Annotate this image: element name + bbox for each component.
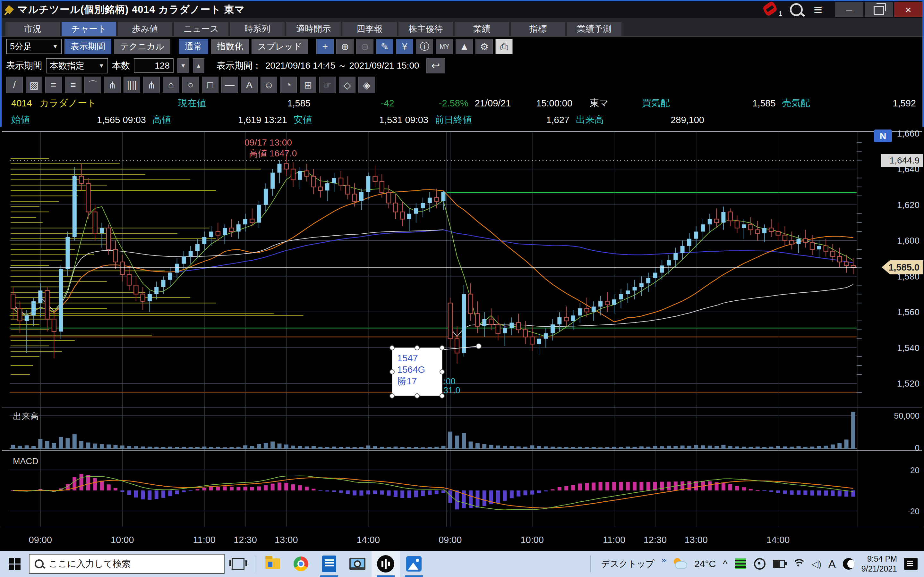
svg-text:高値 1647.0: 高値 1647.0 [249,148,297,158]
quote-field: 安値 [294,113,329,126]
svg-text:1,644.9: 1,644.9 [890,155,919,165]
svg-text:1547: 1547 [397,353,418,363]
time-marker-icon[interactable]: ◔ [280,77,297,93]
taskbar-search-input[interactable]: ここに入力して検索 [29,554,225,574]
taskbar-file-explorer[interactable] [258,551,287,577]
toolbar-button-通常[interactable]: 通常 [179,39,208,54]
eraser-all-icon[interactable]: ◈ [359,77,375,93]
task-view-button[interactable] [225,551,252,577]
temperature-label[interactable]: 24°C [694,558,716,569]
pushpin-icon[interactable] [5,5,14,14]
close-button[interactable]: × [894,2,922,17]
polygon-icon[interactable]: ⌂ [163,77,179,93]
zoom-in-icon[interactable]: ⊕ [336,39,354,54]
wifi-icon[interactable] [792,558,804,570]
menu-icon[interactable]: ≡ [814,3,822,16]
horizontal-2lines-icon[interactable]: = [45,77,62,93]
copy-object-icon[interactable]: ⊞ [300,77,317,93]
drawing-toolbar: /▨=≡⌒⋔||||⋔⌂○□—A☺◔⊞☞◇◈ [2,75,922,95]
svg-text:12:30: 12:30 [644,535,667,545]
period-mode-select[interactable]: 本数指定 ▼ [46,58,108,73]
svg-text:14:00: 14:00 [357,535,380,545]
tab-業績予測[interactable]: 業績予測 [567,22,622,36]
my-indicator-icon[interactable]: MY [436,39,453,54]
search-icon[interactable] [790,3,803,16]
tab-市況[interactable]: 市況 [5,22,60,36]
taskbar-trading-app[interactable] [372,551,400,577]
taskbar-doc-app[interactable] [315,551,343,577]
timeframe-select[interactable]: 5分足 ▼ [6,39,62,54]
toolbar-button-表示期間[interactable]: 表示期間 [65,39,111,54]
tab-指標[interactable]: 指標 [511,22,565,36]
tab-四季報[interactable]: 四季報 [342,22,397,36]
hand-drag-icon[interactable]: ☞ [319,77,336,93]
emoji-icon-icon[interactable]: ☺ [260,77,277,93]
weather-icon[interactable] [673,558,687,570]
chevron-expand-icon[interactable]: » [662,555,666,565]
link-group-icon[interactable]: 1 [764,3,781,16]
toolbar-button-スプレッド[interactable]: スプレッド [252,39,308,54]
tab-歩み値[interactable]: 歩み値 [118,22,172,36]
toolbar-button-テクニカル[interactable]: テクニカル [114,39,170,54]
speaker-icon[interactable]: ◁) [811,559,821,569]
trendline-icon[interactable]: / [6,77,23,93]
area-display-icon[interactable]: ▲ [456,39,473,54]
horizontal-3lines-icon[interactable]: ≡ [65,77,81,93]
ime-mode-label[interactable]: A [829,558,836,570]
rectangle-icon[interactable]: □ [202,77,218,93]
tab-時系列[interactable]: 時系列 [230,22,284,36]
settings-wrench-icon[interactable]: ⚙ [475,39,493,54]
eraser-icon[interactable]: ◇ [339,77,355,93]
notification-center-icon[interactable] [904,558,918,570]
fan-lines-icon[interactable]: ⋔ [104,77,121,93]
pencil-draw-icon[interactable]: ✎ [376,39,393,54]
pitchfork-icon[interactable]: ⋔ [143,77,160,93]
toolbar-button-指数化[interactable]: 指数化 [211,39,249,54]
reset-period-button[interactable]: ↩ [426,58,445,73]
svg-text:0: 0 [915,443,919,453]
tray-expand-icon[interactable]: ^ [723,558,727,569]
svg-text:1,660: 1,660 [897,129,919,139]
tab-ニュース[interactable]: ニュース [174,22,228,36]
vertical-lines-icon[interactable]: |||| [124,77,140,93]
clock[interactable]: 9:54 PM 9/21/2021 [861,554,897,574]
camera-icon[interactable] [754,558,766,570]
taskbar-chrome[interactable] [287,551,315,577]
taskbar-photos[interactable] [400,551,428,577]
tab-チャート[interactable]: チャート [61,22,116,36]
start-button[interactable] [0,551,29,577]
folder-icon [265,558,280,569]
svg-text:1,520: 1,520 [897,379,919,388]
minimize-button[interactable]: – [835,2,863,17]
taskbar-remote-app[interactable] [343,551,372,577]
parallel-lines-icon[interactable]: ▨ [26,77,42,93]
text-annotation-icon[interactable]: A [241,77,258,93]
tray-app-icon[interactable] [734,558,746,570]
quote-field: 出来高 [576,113,618,126]
print-icon[interactable]: ⎙ [495,39,513,54]
ellipse-icon[interactable]: ○ [182,77,199,93]
svg-text:09:00: 09:00 [439,535,462,545]
count-decrease-button[interactable]: ▼ [178,58,189,73]
restore-button[interactable] [865,2,893,17]
yen-axis-icon[interactable]: ¥ [396,39,413,54]
tab-適時開示[interactable]: 適時開示 [286,22,341,36]
ime-icon[interactable] [843,558,855,570]
zoom-out-icon[interactable]: ⊖ [356,39,373,54]
tab-bar: 市況チャート歩み値ニュース時系列適時開示四季報株主優待業績指標業績予測 [2,18,922,37]
info-icon[interactable]: ⓘ [416,39,433,54]
search-placeholder: ここに入力して検索 [49,558,131,570]
horizontal-segment-icon[interactable]: — [221,77,238,93]
news-marker-badge: N [880,131,886,141]
crosshair-icon[interactable]: + [317,39,334,54]
battery-icon[interactable] [773,558,785,570]
tab-業績[interactable]: 業績 [455,22,509,36]
desktop-toolbar-label[interactable]: デスクトップ [601,558,654,570]
search-icon [35,559,44,568]
windows-taskbar: ここに入力して検索 デスクトップ » 24°C ^ ◁) A 9:54 PM 9… [0,551,924,577]
price-chart[interactable]: 出来高50,0000MACD20-201,6601,6401,6201,6001… [0,127,924,550]
tab-株主優待[interactable]: 株主優待 [399,22,453,36]
bar-count-input[interactable]: 128 [134,58,174,73]
count-increase-button[interactable]: ▲ [193,58,204,73]
fibonacci-arc-icon[interactable]: ⌒ [84,77,101,93]
